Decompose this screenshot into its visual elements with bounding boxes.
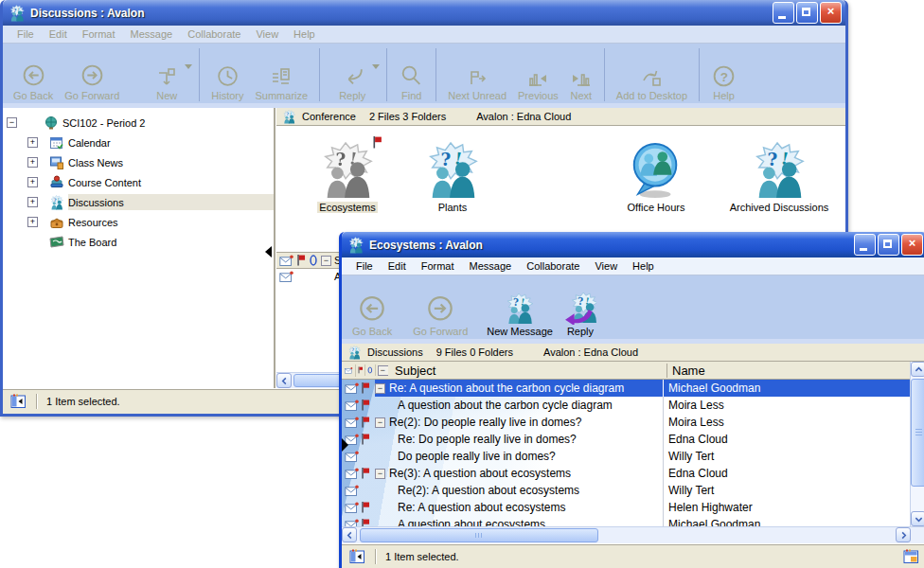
reply-dropdown-caret[interactable] <box>372 64 380 69</box>
close-button[interactable]: × <box>901 234 923 256</box>
new-dropdown-caret[interactable] <box>185 64 192 69</box>
message-row[interactable]: Do people really live in domes?Willy Ter… <box>342 448 924 465</box>
add-to-desktop-button[interactable]: Add to Desktop <box>612 46 692 103</box>
collapse-all-box[interactable]: − <box>378 365 388 376</box>
menu-help[interactable]: Help <box>626 259 661 273</box>
close-button[interactable]: × <box>820 2 842 24</box>
splitter-collapse-arrow[interactable] <box>342 438 348 452</box>
item-plants[interactable]: Plants <box>400 141 505 213</box>
menu-edit[interactable]: Edit <box>382 259 413 273</box>
menu-format[interactable]: Format <box>415 259 461 273</box>
find-button[interactable]: Find <box>394 46 429 103</box>
menu-view[interactable]: View <box>249 27 285 41</box>
tree-item-the-board[interactable]: The Board <box>3 232 274 252</box>
message-row[interactable]: −Re: A question about the carbon cycle d… <box>342 380 924 397</box>
expand-box[interactable]: + <box>27 137 38 148</box>
envelope-icon <box>345 502 359 514</box>
message-row[interactable]: −Re(3): A question about ecosystemsEdna … <box>342 465 924 482</box>
next-unread-button[interactable]: Next Unread <box>443 46 511 103</box>
discussions-titlebar[interactable]: Discussions : Avalon × <box>3 0 845 26</box>
menu-collaborate[interactable]: Collaborate <box>520 259 586 273</box>
expand-box[interactable]: + <box>27 197 38 207</box>
next-unread-icon <box>466 66 489 89</box>
go-back-icon <box>21 63 46 89</box>
menu-collaborate[interactable]: Collaborate <box>181 27 247 41</box>
tree-label: Resources <box>68 217 118 228</box>
maximize-icon <box>802 8 810 16</box>
menu-file[interactable]: File <box>349 259 380 273</box>
menu-message[interactable]: Message <box>124 27 180 41</box>
scroll-thumb[interactable] <box>360 528 598 542</box>
tree-item-discussions[interactable]: + Discussions <box>3 192 274 212</box>
summarize-button[interactable]: Summarize <box>251 46 313 103</box>
pane-counts: 9 Files 0 Folders <box>436 346 513 358</box>
thread-collapse-box[interactable]: − <box>375 417 385 428</box>
attachment-icon <box>367 364 376 376</box>
go-forward-button[interactable]: Go Forward <box>60 46 124 103</box>
expand-box[interactable]: + <box>27 217 38 227</box>
next-button[interactable]: Next <box>565 46 597 103</box>
conference-icon <box>282 110 296 124</box>
discussions-toolbar: Go Back Go Forward New History Summari <box>3 44 845 108</box>
vertical-scrollbar[interactable] <box>910 362 924 526</box>
expand-box[interactable]: + <box>27 157 38 168</box>
menu-format[interactable]: Format <box>76 27 122 41</box>
tree-item-resources[interactable]: + Resources <box>3 212 274 232</box>
reply-button[interactable]: Reply <box>334 46 370 103</box>
new-icon <box>155 66 178 89</box>
minimize-button[interactable] <box>773 2 794 24</box>
collapse-box[interactable]: − <box>7 117 17 128</box>
name-column-header[interactable]: Name <box>666 364 911 378</box>
go-forward-button[interactable]: Go Forward <box>408 278 472 339</box>
panel-toggle-icon[interactable] <box>349 549 365 564</box>
maximize-button[interactable] <box>796 2 818 24</box>
scroll-up-button[interactable] <box>911 362 924 377</box>
minimize-button[interactable] <box>854 234 876 256</box>
tree-item-sci102[interactable]: − SCI102 - Period 2 <box>3 113 274 133</box>
toolbar-separator <box>199 48 200 101</box>
go-back-button[interactable]: Go Back <box>9 46 58 103</box>
history-button[interactable]: History <box>206 46 248 103</box>
office-hours-icon <box>627 141 685 200</box>
tree-item-course-content[interactable]: + Course Content <box>3 172 274 192</box>
item-ecosystems[interactable]: Ecosystems <box>295 141 400 213</box>
help-button[interactable]: ? Help <box>706 46 741 103</box>
menu-view[interactable]: View <box>588 259 624 273</box>
menu-message[interactable]: Message <box>463 259 519 273</box>
scroll-thumb[interactable] <box>911 379 924 487</box>
menu-file[interactable]: File <box>10 27 41 41</box>
message-row[interactable]: −Re(2): Do people really live in domes?M… <box>342 414 924 431</box>
scroll-right-button[interactable] <box>896 527 911 542</box>
reply-button[interactable]: Reply <box>560 278 601 339</box>
layout-toggle-icon[interactable] <box>903 549 919 564</box>
subject-column-header[interactable]: Subject <box>391 364 666 378</box>
go-back-button[interactable]: Go Back <box>347 278 397 339</box>
tree-item-calendar[interactable]: + Calendar <box>3 133 274 152</box>
scroll-left-button[interactable] <box>276 373 292 388</box>
expand-box[interactable]: + <box>27 177 38 187</box>
splitter-collapse-arrow[interactable] <box>265 246 272 257</box>
new-message-button[interactable]: New Message <box>482 278 558 339</box>
item-label: Plants <box>436 202 470 213</box>
horizontal-scrollbar[interactable] <box>342 526 924 543</box>
panel-toggle-icon[interactable] <box>10 394 27 409</box>
scroll-left-button[interactable] <box>342 527 357 542</box>
scroll-down-button[interactable] <box>911 511 924 526</box>
menu-help[interactable]: Help <box>287 27 322 41</box>
new-button[interactable]: New <box>151 46 183 103</box>
message-row[interactable]: Re: A question about ecosystemsHelen Hig… <box>342 499 924 516</box>
thread-collapse-box[interactable]: − <box>375 383 385 394</box>
item-archived-discussions[interactable]: Archived Discussions <box>722 141 836 213</box>
ecosystems-titlebar[interactable]: Ecosystems : Avalon × <box>342 232 924 257</box>
collapse-all-box[interactable]: − <box>321 256 331 266</box>
maximize-button[interactable] <box>878 234 899 256</box>
thread-collapse-box[interactable]: − <box>375 469 385 479</box>
item-office-hours[interactable]: Office Hours <box>604 141 708 213</box>
menu-edit[interactable]: Edit <box>43 27 74 41</box>
message-row[interactable]: Re: Do people really live in domes?Edna … <box>342 431 924 448</box>
message-row[interactable]: A question about the carbon cycle diagra… <box>342 397 924 414</box>
message-row[interactable]: Re(2): A question about ecosystemsWilly … <box>342 482 924 499</box>
subject-text: Re(3): A question about ecosystems <box>389 467 571 480</box>
previous-button[interactable]: Previous <box>513 46 563 103</box>
tree-item-class-news[interactable]: + Class News <box>3 152 274 172</box>
